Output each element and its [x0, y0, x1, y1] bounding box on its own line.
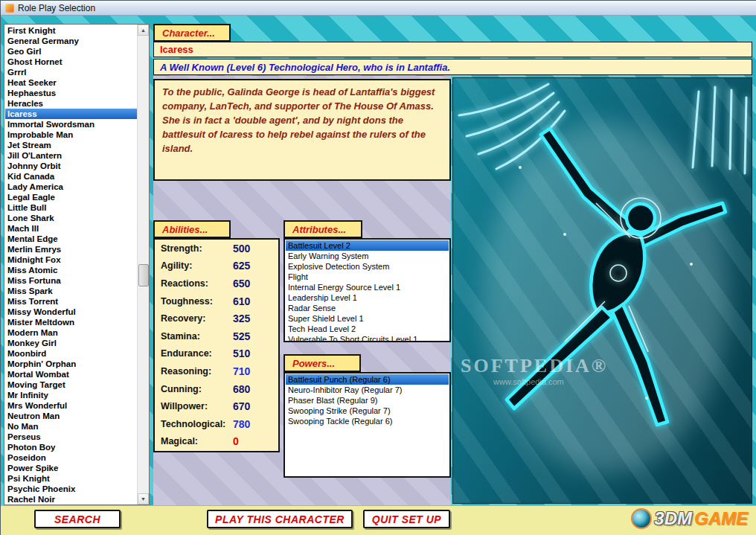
ability-name: Toughness: — [161, 296, 233, 307]
attribute-item[interactable]: Leadership Level 1 — [286, 292, 449, 303]
attribute-item[interactable]: Explosive Detection System — [286, 261, 449, 272]
character-list-item[interactable]: General Germany — [5, 36, 137, 46]
attribute-item[interactable]: Vulnerable To Short Circuits Level 1 — [286, 334, 449, 342]
character-list-item[interactable]: Miss Torrent — [5, 296, 137, 307]
character-list-item[interactable]: Moving Target — [5, 379, 137, 390]
play-character-button[interactable]: PLAY THIS CHARACTER — [207, 510, 353, 528]
character-list-item[interactable]: Monkey Girl — [5, 338, 137, 348]
character-tab[interactable]: Character... — [153, 24, 231, 42]
scrollbar-thumb[interactable] — [138, 264, 149, 286]
character-list-item[interactable]: Mental Edge — [5, 234, 137, 244]
power-item[interactable]: Neuro-Inhibitor Ray (Regular 7) — [286, 385, 449, 395]
app-icon — [5, 4, 14, 13]
attribute-item[interactable]: Flight — [286, 272, 449, 282]
globe-icon — [631, 508, 652, 529]
power-item[interactable]: Swooping Tackle (Regular 6) — [286, 416, 449, 426]
attribute-item[interactable]: Tech Head Level 2 — [286, 324, 449, 334]
character-list-item[interactable]: Mister Meltdown — [5, 317, 137, 327]
character-list-item[interactable]: Mach III — [5, 223, 137, 234]
character-list-item[interactable]: Jill O'Lantern — [5, 150, 137, 161]
attribute-item[interactable]: Internal Energy Source Level 1 — [286, 282, 449, 292]
character-list-item[interactable]: Lady America — [5, 182, 137, 192]
character-list-item[interactable]: Morphin' Orphan — [5, 359, 137, 369]
ability-name: Agility: — [161, 260, 233, 271]
character-list-item[interactable]: Grrrl — [5, 67, 137, 77]
ability-row: Reactions: 650 — [155, 275, 278, 292]
attribute-item[interactable]: Battlesuit Level 2 — [286, 240, 449, 251]
character-list-item[interactable]: Heracles — [5, 98, 137, 109]
character-list-item[interactable]: Mortal Wombat — [5, 369, 137, 379]
character-list-item[interactable]: Hephaestus — [5, 88, 137, 98]
ability-value: 680 — [233, 383, 250, 395]
character-list-item[interactable]: Power Spike — [5, 463, 137, 473]
power-item[interactable]: Battlesuit Punch (Regular 6) — [286, 374, 449, 385]
character-listbox[interactable]: First KnightGeneral GermanyGeo GirlGhost… — [4, 24, 150, 505]
ability-name: Willpower: — [161, 401, 233, 411]
character-list-item[interactable]: Psi Knight — [5, 473, 137, 484]
character-list-item[interactable]: Jet Stream — [5, 140, 137, 150]
3dmgame-logo: 3DM GAME — [631, 508, 748, 529]
power-item[interactable]: Phaser Blast (Regular 9) — [286, 395, 449, 406]
ability-name: Reactions: — [161, 278, 233, 289]
ability-row: Technological: 780 — [155, 415, 278, 433]
character-list-item[interactable]: Missy Wonderful — [5, 307, 137, 317]
ability-name: Endurance: — [161, 348, 233, 359]
character-list-item[interactable]: Psychic Phoenix — [5, 484, 137, 494]
character-list-item[interactable]: Ghost Hornet — [5, 57, 137, 67]
character-list-item[interactable]: Lone Shark — [5, 213, 137, 223]
character-list-item[interactable]: Icaress — [5, 109, 137, 119]
powers-listbox[interactable]: Battlesuit Punch (Regular 6)Neuro-Inhibi… — [284, 372, 451, 478]
ability-value: 625 — [233, 260, 250, 272]
ability-name: Cunning: — [161, 384, 233, 394]
character-list-item[interactable]: No Man — [5, 421, 137, 432]
title-bar[interactable]: Role Play Selection — [1, 1, 756, 16]
character-list-item[interactable]: Photon Boy — [5, 442, 137, 452]
wing-spikes-right — [693, 87, 746, 173]
character-list-item[interactable]: Midnight Fox — [5, 254, 137, 265]
ability-name: Technological: — [161, 419, 233, 429]
ability-value: 710 — [233, 365, 250, 377]
character-list-item[interactable]: Little Bull — [5, 202, 137, 213]
attribute-item[interactable]: Early Warning System — [286, 251, 449, 261]
attribute-item[interactable]: Super Shield Level 1 — [286, 313, 449, 324]
character-list-item[interactable]: Miss Spark — [5, 286, 137, 296]
character-list-item[interactable]: Mr Infinity — [5, 390, 137, 400]
attributes-label: Attributes... — [284, 220, 362, 238]
window-title: Role Play Selection — [18, 3, 95, 13]
character-list-item[interactable]: Legal Eagle — [5, 192, 137, 202]
character-list-item[interactable]: Improbable Man — [5, 129, 137, 140]
character-list-item[interactable]: Modern Man — [5, 327, 137, 338]
character-list-item[interactable]: Immortal Swordsman — [5, 119, 137, 129]
character-list-item[interactable]: Moonbird — [5, 348, 137, 359]
quit-setup-button[interactable]: QUIT SET UP — [363, 510, 450, 528]
search-button[interactable]: SEARCH — [34, 510, 121, 528]
ability-row: Agility: 625 — [155, 257, 278, 275]
character-list-item[interactable]: Miss Atomic — [5, 265, 137, 275]
power-item[interactable]: Swooping Strike (Regular 7) — [286, 406, 449, 416]
character-list-item[interactable]: Kid Canada — [5, 171, 137, 182]
character-list-item[interactable]: Merlin Emrys — [5, 244, 137, 254]
scroll-up-icon[interactable]: ▲ — [138, 25, 149, 36]
character-list-item[interactable]: Miss Fortuna — [5, 275, 137, 286]
ability-row: Toughness: 610 — [155, 292, 278, 310]
character-list-item[interactable]: Neutron Man — [5, 411, 137, 421]
attribute-item[interactable]: Radar Sense — [286, 303, 449, 313]
character-list-item[interactable]: Rachel Noir — [5, 494, 137, 504]
character-list-item[interactable]: Perseus — [5, 432, 137, 442]
character-list-items[interactable]: First KnightGeneral GermanyGeo GirlGhost… — [5, 25, 137, 504]
character-list-item[interactable]: Mrs Wonderful — [5, 400, 137, 411]
character-list-item[interactable]: Heat Seeker — [5, 77, 137, 88]
character-list-scrollbar[interactable]: ▲ ▼ — [137, 25, 149, 504]
ability-value: 610 — [233, 295, 250, 307]
character-list-item[interactable]: Geo Girl — [5, 46, 137, 57]
character-list-item[interactable]: Johnny Orbit — [5, 161, 137, 171]
character-summary: A Well Known (Level 6) Technological Her… — [153, 59, 752, 75]
ability-name: Stamina: — [161, 331, 233, 342]
character-artwork: SOFTPEDIA® www.softpedia.com — [452, 77, 752, 504]
attributes-listbox[interactable]: Battlesuit Level 2Early Warning SystemEx… — [284, 238, 451, 342]
character-list-item[interactable]: Poseidon — [5, 452, 137, 463]
character-list-item[interactable]: First Knight — [5, 25, 137, 36]
ability-name: Magical: — [161, 436, 233, 446]
scroll-down-icon[interactable]: ▼ — [138, 493, 149, 504]
character-name: Icaress — [153, 42, 752, 57]
